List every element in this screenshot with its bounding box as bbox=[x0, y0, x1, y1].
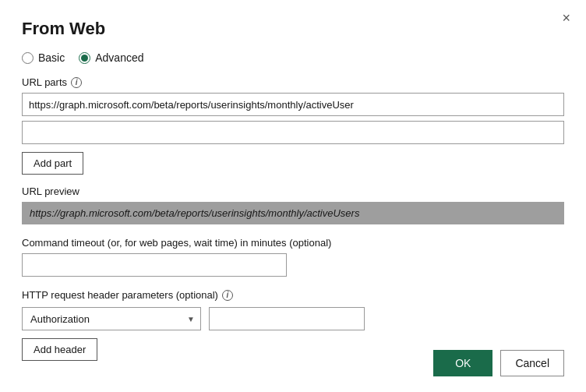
url-input-1[interactable] bbox=[22, 93, 564, 116]
radio-basic[interactable] bbox=[22, 52, 34, 64]
radio-advanced[interactable] bbox=[79, 52, 90, 64]
radio-advanced-label[interactable]: Advanced bbox=[79, 51, 143, 64]
url-input-2[interactable] bbox=[22, 121, 564, 144]
url-parts-info-icon: i bbox=[71, 77, 82, 88]
dialog-title: From Web bbox=[22, 19, 564, 39]
authorization-select[interactable]: Authorization Content-Type Accept X-Api-… bbox=[22, 307, 201, 330]
command-timeout-input[interactable] bbox=[22, 253, 287, 277]
from-web-dialog: × From Web Basic Advanced URL parts i Ad… bbox=[0, 0, 586, 392]
http-header-info-icon: i bbox=[222, 290, 233, 301]
command-timeout-label: Command timeout (or, for web pages, wait… bbox=[22, 237, 564, 249]
add-part-button[interactable]: Add part bbox=[22, 152, 83, 175]
radio-advanced-text: Advanced bbox=[95, 51, 143, 64]
radio-basic-text: Basic bbox=[38, 51, 65, 64]
http-header-label: HTTP request header parameters (optional… bbox=[22, 289, 564, 301]
close-button[interactable]: × bbox=[557, 9, 575, 26]
header-select-wrap: Authorization Content-Type Accept X-Api-… bbox=[22, 307, 201, 330]
radio-basic-label[interactable]: Basic bbox=[22, 51, 65, 64]
url-preview-label: URL preview bbox=[22, 185, 564, 197]
url-parts-label: URL parts i bbox=[22, 76, 564, 88]
header-row: Authorization Content-Type Accept X-Api-… bbox=[22, 307, 564, 330]
radio-group: Basic Advanced bbox=[22, 51, 564, 64]
ok-button[interactable]: OK bbox=[433, 350, 492, 376]
header-value-input[interactable] bbox=[209, 307, 365, 330]
url-preview-value: https://graph.microsoft.com/beta/reports… bbox=[22, 202, 564, 224]
dialog-footer: OK Cancel bbox=[433, 350, 564, 376]
cancel-button[interactable]: Cancel bbox=[500, 350, 564, 376]
add-header-button[interactable]: Add header bbox=[22, 338, 97, 361]
